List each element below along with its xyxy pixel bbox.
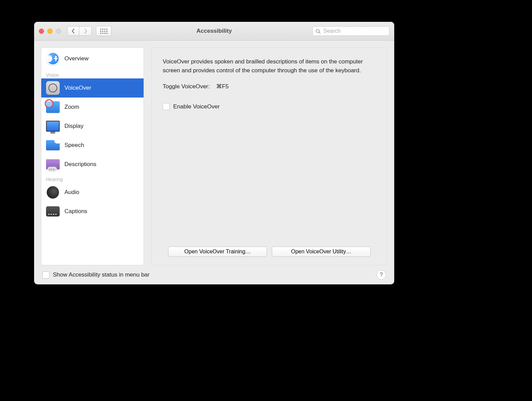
- audio-icon: [46, 185, 60, 199]
- enable-voiceover-row[interactable]: Enable VoiceOver: [163, 103, 376, 110]
- voiceover-description: VoiceOver provides spoken and brailled d…: [163, 57, 376, 75]
- window-body: Overview Vision ›› VoiceOver Zoom Displa…: [34, 41, 394, 265]
- search-icon: [315, 29, 321, 34]
- display-icon: [46, 119, 60, 133]
- sidebar-item-overview[interactable]: Overview: [41, 48, 144, 70]
- status-menubar-checkbox[interactable]: [42, 271, 49, 279]
- zoom-icon: [46, 100, 60, 114]
- svg-point-2: [55, 56, 57, 58]
- nav-buttons: [67, 26, 92, 36]
- search-field[interactable]: [312, 26, 389, 36]
- help-icon: ?: [380, 272, 383, 278]
- panel-button-row: Open VoiceOver Training… Open VoiceOver …: [163, 247, 376, 257]
- window-footer: Show Accessibility status in menu bar ?: [34, 265, 394, 284]
- sidebar-item-descriptions[interactable]: Descriptions: [41, 155, 144, 174]
- sidebar-item-voiceover[interactable]: ›› VoiceOver: [41, 78, 144, 98]
- sidebar-item-label: Zoom: [64, 104, 79, 110]
- voiceover-icon: ››: [46, 81, 60, 95]
- status-menubar-row[interactable]: Show Accessibility status in menu bar: [42, 271, 149, 279]
- descriptions-icon: [46, 158, 60, 171]
- status-menubar-label: Show Accessibility status in menu bar: [53, 271, 149, 278]
- search-input[interactable]: [323, 28, 386, 34]
- chevron-right-icon: [84, 29, 87, 33]
- sidebar-item-audio[interactable]: Audio: [41, 183, 144, 202]
- toggle-shortcut: ⌘F5: [216, 83, 229, 90]
- sidebar-group-vision: Vision: [41, 70, 144, 78]
- captions-icon: [46, 205, 60, 218]
- speech-icon: [46, 138, 60, 152]
- sidebar-item-label: Captions: [64, 208, 87, 215]
- sidebar-group-hearing: Hearing: [41, 174, 144, 183]
- sidebar-item-speech[interactable]: Speech: [41, 136, 144, 155]
- sidebar-item-label: Speech: [64, 142, 84, 149]
- sidebar-item-label: Audio: [64, 189, 79, 196]
- detail-panel: VoiceOver provides spoken and brailled d…: [151, 47, 387, 265]
- enable-voiceover-label: Enable VoiceOver: [173, 103, 220, 110]
- toggle-label: Toggle VoiceOver:: [163, 83, 210, 90]
- minimize-window-button[interactable]: [47, 29, 53, 34]
- chevron-left-icon: [72, 29, 75, 33]
- grid-icon: [100, 29, 107, 34]
- zoom-window-button[interactable]: [56, 29, 61, 34]
- sidebar-item-captions[interactable]: Captions: [41, 202, 144, 221]
- enable-voiceover-checkbox[interactable]: [163, 103, 170, 110]
- open-voiceover-training-button[interactable]: Open VoiceOver Training…: [168, 247, 267, 257]
- sidebar-item-display[interactable]: Display: [41, 117, 144, 136]
- open-voiceover-utility-button[interactable]: Open VoiceOver Utility…: [272, 247, 371, 257]
- close-window-button[interactable]: [39, 29, 44, 34]
- window-controls: [39, 29, 61, 34]
- show-all-button[interactable]: [96, 26, 112, 36]
- svg-line-1: [319, 32, 320, 33]
- sidebar-item-label: Display: [64, 123, 84, 130]
- titlebar: Accessibility: [34, 22, 394, 41]
- sidebar-item-label: VoiceOver: [64, 85, 91, 91]
- sidebar-item-label: Overview: [64, 55, 89, 62]
- sidebar-item-zoom[interactable]: Zoom: [41, 98, 144, 117]
- preferences-window: Accessibility Overview Vision: [34, 22, 394, 284]
- overview-icon: [46, 52, 60, 65]
- sidebar-item-label: Descriptions: [64, 161, 97, 168]
- toggle-shortcut-line: Toggle VoiceOver: ⌘F5: [163, 83, 376, 90]
- category-sidebar: Overview Vision ›› VoiceOver Zoom Displa…: [41, 47, 144, 265]
- help-button[interactable]: ?: [376, 270, 386, 280]
- back-button[interactable]: [67, 26, 79, 36]
- forward-button[interactable]: [79, 26, 92, 36]
